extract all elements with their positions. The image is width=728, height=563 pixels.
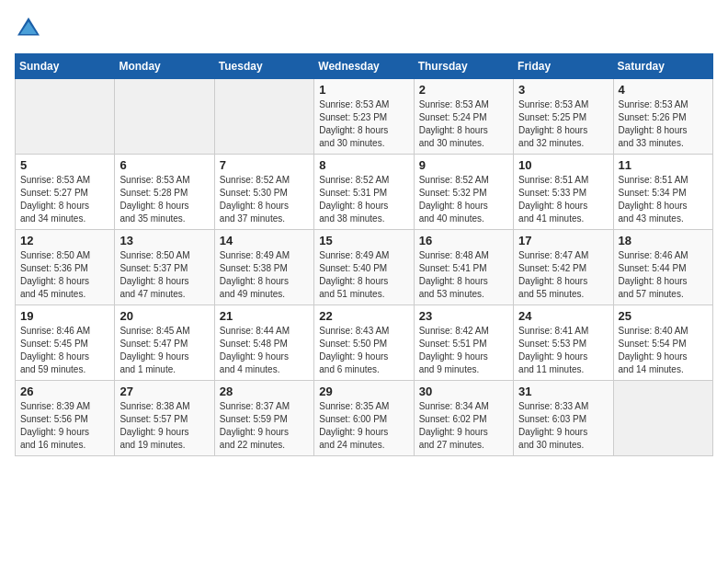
day-info: Sunrise: 8:49 AM Sunset: 5:38 PM Dayligh… bbox=[220, 249, 309, 301]
day-info: Sunrise: 8:39 AM Sunset: 5:56 PM Dayligh… bbox=[20, 400, 109, 452]
day-number: 19 bbox=[20, 309, 109, 323]
day-number: 2 bbox=[419, 83, 508, 97]
calendar-cell: 19Sunrise: 8:46 AM Sunset: 5:45 PM Dayli… bbox=[16, 305, 115, 381]
calendar-cell: 28Sunrise: 8:37 AM Sunset: 5:59 PM Dayli… bbox=[214, 381, 313, 456]
calendar-cell: 29Sunrise: 8:35 AM Sunset: 6:00 PM Dayli… bbox=[314, 381, 414, 456]
calendar-header-row: SundayMondayTuesdayWednesdayThursdayFrid… bbox=[16, 54, 713, 79]
day-number: 21 bbox=[220, 309, 309, 323]
day-number: 14 bbox=[220, 234, 309, 247]
calendar-cell: 2Sunrise: 8:53 AM Sunset: 5:24 PM Daylig… bbox=[414, 79, 513, 155]
day-info: Sunrise: 8:40 AM Sunset: 5:54 PM Dayligh… bbox=[619, 325, 708, 376]
day-number: 31 bbox=[518, 385, 608, 398]
day-number: 28 bbox=[220, 385, 309, 398]
day-info: Sunrise: 8:52 AM Sunset: 5:31 PM Dayligh… bbox=[319, 174, 408, 225]
day-number: 23 bbox=[419, 309, 508, 323]
day-info: Sunrise: 8:41 AM Sunset: 5:53 PM Dayligh… bbox=[518, 325, 608, 376]
day-number: 5 bbox=[20, 158, 109, 172]
day-info: Sunrise: 8:49 AM Sunset: 5:40 PM Dayligh… bbox=[319, 249, 408, 301]
calendar-cell: 22Sunrise: 8:43 AM Sunset: 5:50 PM Dayli… bbox=[314, 305, 414, 381]
day-number: 12 bbox=[20, 234, 109, 247]
day-info: Sunrise: 8:38 AM Sunset: 5:57 PM Dayligh… bbox=[119, 400, 209, 452]
day-number: 7 bbox=[220, 158, 309, 172]
calendar-week-row: 26Sunrise: 8:39 AM Sunset: 5:56 PM Dayli… bbox=[16, 381, 713, 456]
calendar-cell: 23Sunrise: 8:42 AM Sunset: 5:51 PM Dayli… bbox=[414, 305, 513, 381]
calendar-cell: 14Sunrise: 8:49 AM Sunset: 5:38 PM Dayli… bbox=[214, 230, 313, 305]
calendar-cell: 15Sunrise: 8:49 AM Sunset: 5:40 PM Dayli… bbox=[314, 230, 414, 305]
day-info: Sunrise: 8:53 AM Sunset: 5:25 PM Dayligh… bbox=[518, 98, 608, 150]
day-number: 30 bbox=[419, 385, 508, 398]
day-info: Sunrise: 8:52 AM Sunset: 5:32 PM Dayligh… bbox=[419, 174, 508, 225]
day-number: 27 bbox=[119, 385, 209, 398]
day-number: 25 bbox=[619, 309, 708, 323]
day-info: Sunrise: 8:53 AM Sunset: 5:27 PM Dayligh… bbox=[20, 174, 109, 225]
calendar-cell: 25Sunrise: 8:40 AM Sunset: 5:54 PM Dayli… bbox=[613, 305, 712, 381]
column-header-tuesday: Tuesday bbox=[214, 54, 313, 79]
column-header-thursday: Thursday bbox=[414, 54, 513, 79]
calendar-cell: 27Sunrise: 8:38 AM Sunset: 5:57 PM Dayli… bbox=[115, 381, 214, 456]
day-info: Sunrise: 8:46 AM Sunset: 5:45 PM Dayligh… bbox=[20, 325, 109, 376]
calendar-cell: 11Sunrise: 8:51 AM Sunset: 5:34 PM Dayli… bbox=[613, 155, 712, 230]
day-info: Sunrise: 8:42 AM Sunset: 5:51 PM Dayligh… bbox=[419, 325, 508, 376]
column-header-sunday: Sunday bbox=[16, 54, 115, 79]
day-info: Sunrise: 8:48 AM Sunset: 5:41 PM Dayligh… bbox=[419, 249, 508, 301]
day-info: Sunrise: 8:53 AM Sunset: 5:26 PM Dayligh… bbox=[619, 98, 708, 150]
day-info: Sunrise: 8:53 AM Sunset: 5:24 PM Dayligh… bbox=[419, 98, 508, 150]
calendar-cell: 10Sunrise: 8:51 AM Sunset: 5:33 PM Dayli… bbox=[514, 155, 613, 230]
calendar-week-row: 19Sunrise: 8:46 AM Sunset: 5:45 PM Dayli… bbox=[16, 305, 713, 381]
day-info: Sunrise: 8:52 AM Sunset: 5:30 PM Dayligh… bbox=[220, 174, 309, 225]
day-info: Sunrise: 8:33 AM Sunset: 6:03 PM Dayligh… bbox=[518, 400, 608, 452]
day-number: 4 bbox=[619, 83, 708, 97]
logo-icon bbox=[15, 15, 42, 42]
day-number: 10 bbox=[518, 158, 608, 172]
day-number: 16 bbox=[419, 234, 508, 247]
calendar-cell: 21Sunrise: 8:44 AM Sunset: 5:48 PM Dayli… bbox=[214, 305, 313, 381]
day-number: 11 bbox=[619, 158, 708, 172]
calendar-cell bbox=[16, 79, 115, 155]
calendar-cell: 20Sunrise: 8:45 AM Sunset: 5:47 PM Dayli… bbox=[115, 305, 214, 381]
day-number: 24 bbox=[518, 309, 608, 323]
day-info: Sunrise: 8:45 AM Sunset: 5:47 PM Dayligh… bbox=[119, 325, 209, 376]
day-number: 15 bbox=[319, 234, 408, 247]
calendar-cell: 1Sunrise: 8:53 AM Sunset: 5:23 PM Daylig… bbox=[314, 79, 414, 155]
day-number: 29 bbox=[319, 385, 408, 398]
calendar-cell: 18Sunrise: 8:46 AM Sunset: 5:44 PM Dayli… bbox=[613, 230, 712, 305]
calendar-week-row: 5Sunrise: 8:53 AM Sunset: 5:27 PM Daylig… bbox=[16, 155, 713, 230]
column-header-wednesday: Wednesday bbox=[314, 54, 414, 79]
day-info: Sunrise: 8:51 AM Sunset: 5:34 PM Dayligh… bbox=[619, 174, 708, 225]
calendar-cell: 13Sunrise: 8:50 AM Sunset: 5:37 PM Dayli… bbox=[115, 230, 214, 305]
calendar-week-row: 1Sunrise: 8:53 AM Sunset: 5:23 PM Daylig… bbox=[16, 79, 713, 155]
column-header-monday: Monday bbox=[115, 54, 214, 79]
day-info: Sunrise: 8:51 AM Sunset: 5:33 PM Dayligh… bbox=[518, 174, 608, 225]
day-number: 8 bbox=[319, 158, 408, 172]
day-info: Sunrise: 8:37 AM Sunset: 5:59 PM Dayligh… bbox=[220, 400, 309, 452]
calendar-cell: 17Sunrise: 8:47 AM Sunset: 5:42 PM Dayli… bbox=[514, 230, 613, 305]
day-info: Sunrise: 8:44 AM Sunset: 5:48 PM Dayligh… bbox=[220, 325, 309, 376]
day-number: 9 bbox=[419, 158, 508, 172]
calendar-cell bbox=[613, 381, 712, 456]
calendar-cell: 5Sunrise: 8:53 AM Sunset: 5:27 PM Daylig… bbox=[16, 155, 115, 230]
calendar-cell bbox=[214, 79, 313, 155]
day-number: 26 bbox=[20, 385, 109, 398]
calendar-cell: 8Sunrise: 8:52 AM Sunset: 5:31 PM Daylig… bbox=[314, 155, 414, 230]
day-info: Sunrise: 8:34 AM Sunset: 6:02 PM Dayligh… bbox=[419, 400, 508, 452]
day-info: Sunrise: 8:35 AM Sunset: 6:00 PM Dayligh… bbox=[319, 400, 408, 452]
day-info: Sunrise: 8:47 AM Sunset: 5:42 PM Dayligh… bbox=[518, 249, 608, 301]
day-number: 17 bbox=[518, 234, 608, 247]
calendar-cell bbox=[115, 79, 214, 155]
calendar-cell: 24Sunrise: 8:41 AM Sunset: 5:53 PM Dayli… bbox=[514, 305, 613, 381]
day-number: 20 bbox=[119, 309, 209, 323]
day-number: 1 bbox=[319, 83, 408, 97]
logo bbox=[15, 15, 46, 42]
calendar-cell: 30Sunrise: 8:34 AM Sunset: 6:02 PM Dayli… bbox=[414, 381, 513, 456]
day-info: Sunrise: 8:46 AM Sunset: 5:44 PM Dayligh… bbox=[619, 249, 708, 301]
day-number: 13 bbox=[119, 234, 209, 247]
day-info: Sunrise: 8:50 AM Sunset: 5:36 PM Dayligh… bbox=[20, 249, 109, 301]
day-number: 3 bbox=[518, 83, 608, 97]
day-number: 18 bbox=[619, 234, 708, 247]
calendar-cell: 9Sunrise: 8:52 AM Sunset: 5:32 PM Daylig… bbox=[414, 155, 513, 230]
calendar-cell: 3Sunrise: 8:53 AM Sunset: 5:25 PM Daylig… bbox=[514, 79, 613, 155]
day-info: Sunrise: 8:50 AM Sunset: 5:37 PM Dayligh… bbox=[119, 249, 209, 301]
column-header-saturday: Saturday bbox=[613, 54, 712, 79]
calendar-cell: 12Sunrise: 8:50 AM Sunset: 5:36 PM Dayli… bbox=[16, 230, 115, 305]
day-number: 22 bbox=[319, 309, 408, 323]
